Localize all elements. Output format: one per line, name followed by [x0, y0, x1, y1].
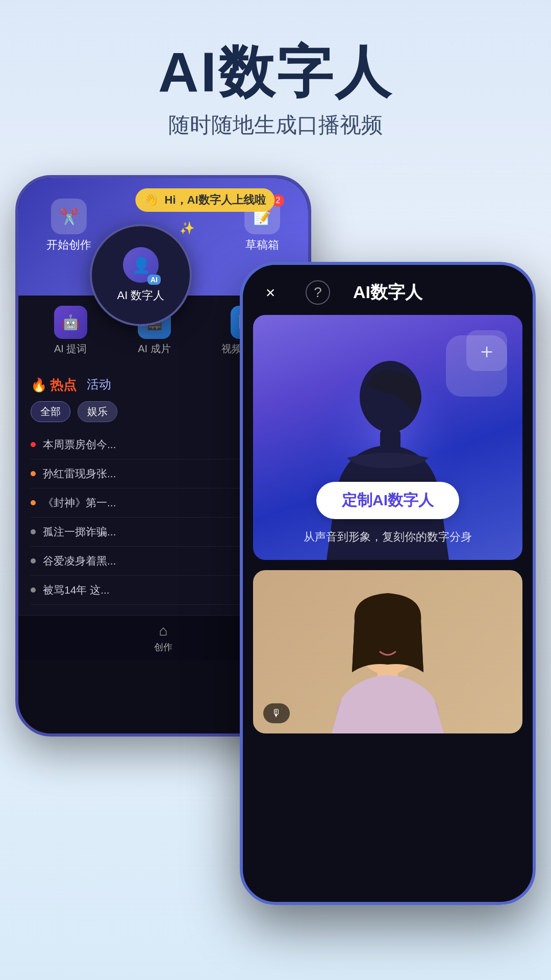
trend-dot-0: [31, 442, 36, 447]
front-phone: × ? AI数字人: [240, 262, 536, 905]
trend-dot-5: [31, 587, 36, 593]
ai-circle-label: AI 数字人: [117, 288, 165, 303]
filter-all[interactable]: 全部: [31, 401, 70, 422]
notif-text: Hi，AI数字人上线啦: [165, 193, 266, 206]
page-background: AI数字人 随时随地生成口播视频 Hi，AI数字人上线啦 ✨ 👤: [0, 0, 551, 905]
header-section: AI数字人 随时随地生成口播视频: [0, 0, 551, 160]
avatar-silhouette-svg: [306, 346, 469, 560]
feature-label-0: AI 提词: [54, 342, 87, 356]
tab-activity[interactable]: 活动: [87, 376, 111, 394]
ai-badge: AI: [147, 275, 161, 285]
ai-avatar: 👤 AI: [123, 247, 159, 283]
customize-btn[interactable]: 定制AI数字人: [316, 482, 459, 519]
add-avatar-btn[interactable]: ＋: [466, 330, 507, 371]
person-svg: [311, 570, 464, 733]
feature-label-1: AI 成片: [138, 342, 170, 356]
trend-dot-3: [31, 529, 36, 534]
svg-point-7: [395, 636, 403, 642]
close-button[interactable]: ×: [258, 280, 283, 305]
trend-dot-4: [31, 558, 36, 564]
ai-teleprompter-icon: 🤖: [54, 306, 87, 339]
mic-icon: 🎙: [271, 707, 282, 719]
front-phone-header: × ? AI数字人: [243, 265, 533, 315]
mic-badge: 🎙: [263, 703, 290, 723]
customize-subtitle: 从声音到形象，复刻你的数字分身: [304, 529, 472, 545]
phones-area: Hi，AI数字人上线啦 ✨ 👤 AI AI 数字人: [0, 160, 551, 905]
person-card[interactable]: 🎙: [253, 570, 522, 733]
ai-digital-human-circle[interactable]: ✨ 👤 AI AI 数字人: [90, 224, 192, 326]
sparkle-icon: ✨: [180, 221, 195, 235]
home-icon: ⌂: [159, 623, 168, 639]
trend-dot-2: [31, 500, 36, 505]
nav-create[interactable]: ⌂ 创作: [154, 623, 172, 653]
nav-label: 创作: [154, 641, 172, 653]
svg-point-6: [372, 636, 381, 642]
help-button[interactable]: ?: [306, 280, 330, 305]
filter-entertainment[interactable]: 娱乐: [78, 401, 117, 422]
avatar-card[interactable]: ＋ 定制AI数字人 从声音到形象，复刻你的数字分身: [253, 315, 522, 560]
trend-dot-1: [31, 471, 36, 476]
page-title: AI数字人: [0, 41, 551, 103]
tab-hot[interactable]: 🔥 热点: [31, 376, 77, 394]
notification-bubble: Hi，AI数字人上线啦: [135, 188, 274, 212]
feature-ai-teleprompter[interactable]: 🤖 AI 提词: [54, 306, 87, 356]
start-create-label: 开始创作: [46, 237, 91, 253]
scissors-btn[interactable]: ✂️ 开始创作: [46, 199, 91, 253]
draft-label: 草稿箱: [245, 237, 279, 253]
page-subtitle: 随时随地生成口播视频: [0, 111, 551, 139]
front-title: AI数字人: [353, 281, 422, 304]
